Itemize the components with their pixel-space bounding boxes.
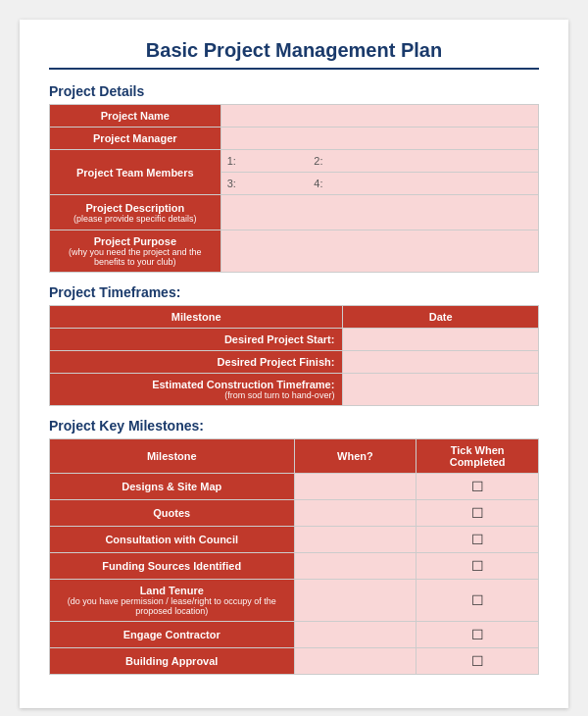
table-row: Funding Sources Identified ☐ (50, 553, 539, 580)
table-row: Project Purpose (why you need the projec… (50, 230, 539, 273)
when-designs[interactable] (294, 474, 416, 500)
description-sublabel: (please provide specific details) (56, 214, 215, 224)
member-1-label: 1: (227, 155, 236, 167)
member-3-label: 3: (227, 178, 236, 189)
when-building-approval[interactable] (294, 648, 416, 675)
construction-sublabel: (from sod turn to hand-over) (58, 390, 334, 400)
value-team-members-row2[interactable]: 3: 4: (220, 173, 538, 195)
label-project-name: Project Name (50, 105, 221, 128)
tick-consultation[interactable]: ☐ (416, 527, 539, 553)
table-row: Project Team Members 1: 2: (50, 150, 539, 173)
label-quotes: Quotes (50, 500, 295, 527)
table-row: Project Name (50, 105, 539, 128)
milestones-table: Milestone When? Tick When Completed Desi… (49, 438, 539, 675)
section-key-milestones: Project Key Milestones: (49, 418, 539, 434)
tick-building-approval[interactable]: ☐ (416, 648, 539, 675)
table-row: Desired Project Start: (50, 329, 539, 351)
table-row: Building Approval ☐ (50, 648, 539, 675)
when-engage-contractor[interactable] (294, 622, 416, 648)
label-consultation: Consultation with Council (50, 527, 295, 553)
label-building-approval: Building Approval (50, 648, 295, 675)
label-project-purpose: Project Purpose (why you need the projec… (50, 230, 221, 273)
checkbox-consultation: ☐ (471, 532, 484, 547)
timeframes-table: Milestone Date Desired Project Start: De… (49, 305, 539, 406)
table-row: Quotes ☐ (50, 500, 539, 527)
value-project-description[interactable] (220, 195, 538, 230)
label-funding: Funding Sources Identified (50, 553, 295, 580)
milestones-header: Milestone When? Tick When Completed (50, 439, 539, 474)
table-row: Engage Contractor ☐ (50, 622, 539, 648)
land-tenure-sublabel: (do you have permission / lease/right to… (56, 596, 288, 616)
purpose-sublabel: (why you need the project and the benefi… (56, 247, 215, 267)
label-designs: Designs & Site Map (50, 474, 295, 500)
checkbox-designs: ☐ (471, 479, 484, 494)
label-team-members: Project Team Members (50, 150, 221, 195)
value-team-members-row1[interactable]: 1: 2: (220, 150, 538, 173)
table-row: Project Manager (50, 128, 539, 150)
label-land-tenure: Land Tenure (do you have permission / le… (50, 580, 295, 622)
member-4-label: 4: (314, 178, 322, 189)
label-desired-finish: Desired Project Finish: (50, 351, 343, 374)
checkbox-funding: ☐ (471, 558, 484, 574)
when-funding[interactable] (294, 553, 416, 580)
table-row: Desired Project Finish: (50, 351, 539, 374)
col-milestone: Milestone (50, 306, 343, 329)
table-row: Project Description (please provide spec… (50, 195, 539, 230)
when-land-tenure[interactable] (294, 580, 416, 622)
when-consultation[interactable] (294, 527, 416, 553)
project-details-table: Project Name Project Manager Project Tea… (49, 104, 539, 273)
checkbox-building-approval: ☐ (471, 653, 484, 669)
page-container: Basic Project Management Plan Project De… (20, 20, 568, 708)
label-engage-contractor: Engage Contractor (50, 622, 295, 648)
section-project-timeframes: Project Timeframes: (49, 284, 539, 300)
label-project-manager: Project Manager (50, 128, 221, 150)
label-construction-timeframe: Estimated Construction Timeframe: (from … (50, 374, 343, 406)
checkbox-land-tenure: ☐ (471, 592, 484, 608)
col-milestone-header: Milestone (50, 439, 295, 474)
section-project-details: Project Details (49, 83, 539, 99)
checkbox-engage-contractor: ☐ (471, 627, 484, 642)
main-title: Basic Project Management Plan (49, 39, 539, 70)
value-project-purpose[interactable] (220, 230, 538, 273)
table-row: Land Tenure (do you have permission / le… (50, 580, 539, 622)
tick-quotes[interactable]: ☐ (416, 500, 539, 527)
member-2-label: 2: (314, 155, 322, 167)
timeframes-header: Milestone Date (50, 306, 539, 329)
col-date: Date (343, 306, 539, 329)
when-quotes[interactable] (294, 500, 416, 527)
tick-land-tenure[interactable]: ☐ (416, 580, 539, 622)
label-project-description: Project Description (please provide spec… (50, 195, 221, 230)
value-project-manager[interactable] (220, 128, 538, 150)
col-tick-header: Tick When Completed (416, 439, 539, 474)
tick-funding[interactable]: ☐ (416, 553, 539, 580)
value-project-name[interactable] (220, 105, 538, 128)
table-row: Estimated Construction Timeframe: (from … (50, 374, 539, 406)
value-desired-start[interactable] (343, 329, 539, 351)
checkbox-quotes: ☐ (471, 505, 484, 521)
tick-designs[interactable]: ☐ (416, 474, 539, 500)
table-row: Consultation with Council ☐ (50, 527, 539, 553)
table-row: Designs & Site Map ☐ (50, 474, 539, 500)
tick-engage-contractor[interactable]: ☐ (416, 622, 539, 648)
col-when-header: When? (294, 439, 416, 474)
label-desired-start: Desired Project Start: (50, 329, 343, 351)
value-construction-timeframe[interactable] (343, 374, 539, 406)
value-desired-finish[interactable] (343, 351, 539, 374)
